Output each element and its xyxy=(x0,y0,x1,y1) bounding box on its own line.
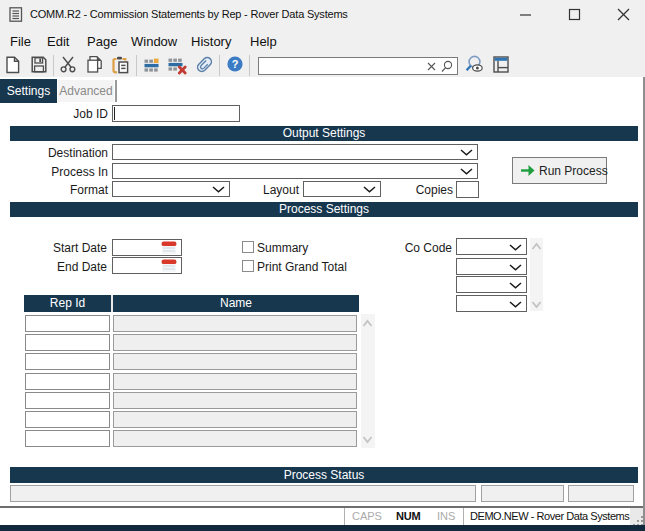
svg-text:?: ? xyxy=(232,58,239,70)
